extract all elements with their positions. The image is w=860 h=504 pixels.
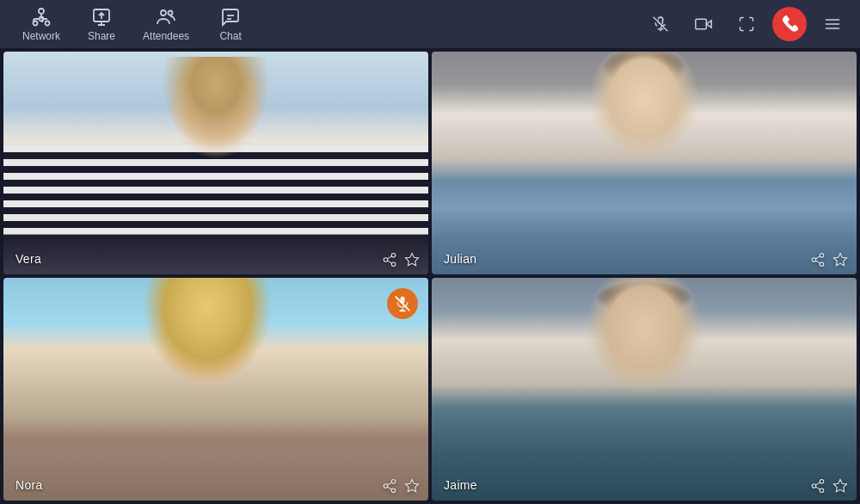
toolbar-item-attendees[interactable]: Attendees bbox=[131, 2, 201, 47]
nora-share-icon[interactable] bbox=[382, 478, 397, 494]
svg-point-1 bbox=[34, 21, 38, 25]
toolbar-left-group: Network Share Attendees bbox=[10, 2, 256, 47]
svg-point-17 bbox=[391, 262, 396, 267]
nora-star-icon[interactable] bbox=[404, 478, 420, 494]
svg-point-32 bbox=[384, 484, 388, 489]
toolbar-attendees-label: Attendees bbox=[143, 30, 189, 42]
svg-marker-26 bbox=[834, 254, 847, 266]
nora-video-feed bbox=[3, 278, 428, 501]
vera-tile-actions bbox=[382, 252, 420, 267]
fullscreen-button[interactable] bbox=[729, 7, 764, 41]
svg-rect-10 bbox=[659, 17, 663, 24]
svg-marker-42 bbox=[834, 480, 847, 492]
svg-point-21 bbox=[820, 254, 824, 258]
attendees-icon bbox=[156, 7, 176, 28]
jaime-share-icon[interactable] bbox=[810, 478, 826, 494]
jaime-tile-actions bbox=[810, 478, 848, 494]
julian-video-feed bbox=[432, 52, 857, 274]
svg-point-15 bbox=[391, 254, 396, 258]
svg-line-25 bbox=[815, 256, 820, 259]
svg-line-19 bbox=[387, 256, 391, 259]
video-tile-vera[interactable]: Vera bbox=[3, 52, 428, 274]
camera-icon bbox=[695, 15, 712, 33]
svg-point-38 bbox=[812, 484, 816, 489]
toolbar: Network Share Attendees bbox=[0, 0, 860, 48]
toolbar-network-label: Network bbox=[22, 30, 60, 42]
video-tile-nora[interactable]: Nora bbox=[3, 278, 428, 501]
svg-point-33 bbox=[391, 489, 396, 493]
svg-line-35 bbox=[387, 482, 391, 485]
svg-rect-11 bbox=[696, 19, 707, 29]
julian-tile-actions bbox=[810, 252, 848, 267]
svg-marker-20 bbox=[406, 254, 419, 266]
svg-point-23 bbox=[820, 262, 824, 267]
fullscreen-icon bbox=[738, 15, 755, 33]
svg-line-40 bbox=[815, 487, 820, 489]
svg-point-31 bbox=[391, 480, 396, 484]
toolbar-chat-label: Chat bbox=[219, 30, 241, 42]
vera-star-icon[interactable] bbox=[404, 252, 420, 267]
svg-point-39 bbox=[820, 489, 824, 493]
mic-muted-badge-icon bbox=[394, 295, 411, 312]
svg-rect-28 bbox=[401, 297, 405, 304]
more-options-button[interactable] bbox=[815, 7, 850, 41]
video-tile-julian[interactable]: Julian bbox=[432, 52, 857, 274]
end-call-icon bbox=[781, 15, 798, 33]
toggle-camera-button[interactable] bbox=[686, 7, 721, 41]
jaime-name-label: Jaime bbox=[444, 478, 477, 492]
jaime-video-feed bbox=[432, 278, 857, 501]
svg-line-34 bbox=[387, 487, 391, 489]
nora-tile-actions bbox=[382, 478, 420, 494]
more-icon bbox=[824, 15, 841, 33]
chat-icon bbox=[220, 7, 241, 28]
toolbar-item-share[interactable]: Share bbox=[76, 2, 127, 47]
nora-name-label: Nora bbox=[15, 478, 43, 492]
vera-share-icon[interactable] bbox=[382, 252, 397, 267]
video-tile-jaime[interactable]: Jaime bbox=[432, 278, 857, 501]
svg-line-41 bbox=[815, 482, 820, 485]
toolbar-item-chat[interactable]: Chat bbox=[205, 2, 256, 47]
svg-point-2 bbox=[46, 21, 50, 25]
toolbar-right-group bbox=[643, 7, 850, 41]
vera-name-label: Vera bbox=[15, 252, 41, 266]
svg-line-24 bbox=[815, 261, 820, 263]
svg-point-22 bbox=[812, 258, 816, 262]
svg-point-5 bbox=[161, 10, 166, 15]
jaime-star-icon[interactable] bbox=[832, 478, 848, 494]
julian-share-icon[interactable] bbox=[810, 252, 826, 267]
svg-point-0 bbox=[39, 9, 44, 14]
mic-muted-icon bbox=[652, 15, 669, 33]
julian-name-label: Julian bbox=[444, 252, 476, 266]
vera-video-feed bbox=[3, 52, 428, 274]
svg-marker-36 bbox=[406, 480, 419, 492]
share-icon bbox=[91, 7, 112, 28]
end-call-button[interactable] bbox=[772, 7, 807, 41]
nora-mute-badge bbox=[387, 288, 418, 319]
mute-mic-button[interactable] bbox=[643, 7, 678, 41]
video-grid: Vera Julian bbox=[0, 48, 860, 504]
svg-line-18 bbox=[387, 261, 391, 263]
svg-point-6 bbox=[169, 10, 173, 15]
toolbar-item-network[interactable]: Network bbox=[10, 2, 72, 47]
julian-star-icon[interactable] bbox=[832, 252, 848, 267]
network-icon bbox=[31, 7, 52, 28]
svg-point-16 bbox=[384, 258, 388, 262]
toolbar-share-label: Share bbox=[88, 30, 115, 42]
svg-point-37 bbox=[820, 480, 824, 484]
